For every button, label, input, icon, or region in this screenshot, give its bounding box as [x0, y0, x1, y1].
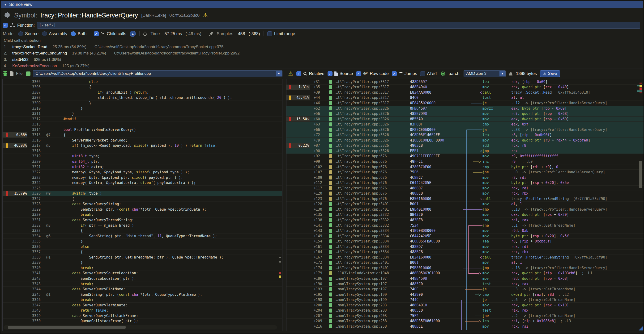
- source-line[interactable]: 3319 uint8_t type;: [2, 154, 282, 159]
- asm-row[interactable]: 45.41%+44…t\TracyProfiler.cpp:331784C0te…: [286, 95, 644, 101]
- asm-location[interactable]: …t\TracyProfiler.hpp:676: [336, 165, 410, 169]
- source-line[interactable]: 3349 case ServerQueryCallstackFrame:: [2, 313, 282, 319]
- asm-location[interactable]: …mon\TracySystem.cpp:197: [336, 276, 410, 281]
- asm-row[interactable]: +90…t\TracyProfiler.cpp:3326FFE1jmprcx: [286, 148, 644, 154]
- assembly-pane[interactable]: +31…t\TracyProfiler.cpp:3317488D5597lear…: [286, 79, 644, 331]
- save-button[interactable]: Save: [540, 70, 560, 77]
- asm-row[interactable]: +109…t\TracyProfiler.hpp:6764C8BC7movr8,…: [286, 175, 644, 180]
- checkbox-icon[interactable]: ✓: [94, 31, 99, 36]
- asm-location[interactable]: …t\TracyProfiler.cpp:3334: [336, 229, 410, 233]
- source-line[interactable]: 3341 case ServerQuerySourceLocation:: [2, 271, 282, 276]
- asm-location[interactable]: …mon\TracySystem.cpp:199: [336, 293, 410, 297]
- asm-row[interactable]: +141…t\TracyProfiler.cpp:33327524jne.L1 …: [286, 223, 644, 228]
- asm-row[interactable]: +149…t\TracyProfiler.cpp:3334C64424205Fm…: [286, 233, 644, 239]
- asm-row[interactable]: +39…t\TracyProfiler.cpp:3317E824AA0000ca…: [286, 90, 644, 95]
- asm-location[interactable]: …t\TracyProfiler.hpp:676: [336, 197, 410, 201]
- asm-location[interactable]: …mon\TracySystem.cpp:203: [336, 303, 410, 307]
- source-line[interactable]: 3318: [2, 148, 282, 154]
- asm-row[interactable]: +112…t\TracyProfiler.hpp:676C64424205Emo…: [286, 180, 644, 186]
- checkbox-icon[interactable]: ✓: [328, 71, 332, 76]
- source-line[interactable]: 3340 break;: [2, 265, 282, 271]
- asm-row[interactable]: +120…t\TracyProfiler.hpp:676488BCBmovrcx…: [286, 191, 644, 196]
- asm-row[interactable]: +174…t\TracyProfiler.cpp:3401E9B8010000j…: [286, 265, 644, 271]
- jumps-toggle[interactable]: ✓ Jumps: [392, 71, 417, 76]
- radio-icon[interactable]: [18, 31, 23, 36]
- checkbox-icon[interactable]: ✓: [392, 71, 397, 76]
- asm-row[interactable]: +207…mon\TracySystem.cpp:20375F2jne.L2 -…: [286, 313, 644, 319]
- asm-row[interactable]: +31…t\TracyProfiler.cpp:3317488D5597lear…: [286, 79, 644, 85]
- source-line[interactable]: 3308 std::this_thread::sleep_for( std::c…: [2, 95, 282, 101]
- asm-location[interactable]: …mon\TracySystem.cpp:203: [336, 314, 410, 318]
- checkbox-icon[interactable]: ✓: [296, 71, 301, 76]
- checkbox-icon[interactable]: ✓: [356, 71, 361, 76]
- source-line[interactable]: 3347 case ServerQueryTerminate:: [2, 303, 282, 308]
- source-pane[interactable]: 3305 else3306 {3307 if( shouldExit ) ret…: [2, 79, 282, 331]
- source-line[interactable]: 3312#endif: [2, 117, 282, 122]
- function-combo[interactable]: [ - self - ]: [37, 22, 640, 28]
- mode-option-source[interactable]: Source: [18, 31, 38, 36]
- asm-row[interactable]: +190…mon\TracySystem.cpp:1974885C0testra…: [286, 281, 644, 287]
- asm-location[interactable]: …t\TracyProfiler.cpp:3317: [336, 96, 410, 100]
- asm-location[interactable]: …t\TracyProfiler.hpp:676: [336, 154, 410, 158]
- database-icon[interactable]: [3, 71, 8, 76]
- vertical-scrollbar[interactable]: [639, 82, 642, 329]
- asm-location[interactable]: …t\TracyProfiler.cpp:3326: [336, 149, 410, 153]
- asm-row[interactable]: 1.31%+35…t\TracyProfiler.cpp:3317488B494…: [286, 85, 644, 90]
- asm-location[interactable]: …t\TracyProfiler.cpp:3401: [336, 266, 410, 270]
- source-line[interactable]: 3313: [2, 122, 282, 127]
- source-line[interactable]: 3331 case ServerQueryThreadString:: [2, 217, 282, 223]
- checkbox-unchecked-icon[interactable]: ✓: [267, 31, 272, 36]
- radio-selected-icon[interactable]: [71, 31, 76, 36]
- chevron-down-icon[interactable]: ▼: [500, 71, 505, 76]
- asm-row[interactable]: +99…t\TracyProfiler.hpp:67649FFC1incr9 ;…: [286, 159, 644, 165]
- asm-row[interactable]: +107…t\TracyProfiler.hpp:67675F6jne.L0 -…: [286, 169, 644, 175]
- source-line[interactable]: 3336 else: [2, 244, 282, 250]
- asm-location[interactable]: …t\TracyProfiler.cpp:3334: [336, 239, 410, 243]
- asm-location[interactable]: …mon\TracySystem.cpp:203: [336, 308, 410, 313]
- asm-row[interactable]: +135…t\TracyProfiler.cpp:33328B4320movea…: [286, 212, 644, 218]
- asm-row[interactable]: +154…t\TracyProfiler.cpp:33344C8D055FBA0…: [286, 239, 644, 244]
- asm-row[interactable]: +128…t\TracyProfiler.cpp:3401B001moval, …: [286, 202, 644, 207]
- asm-location[interactable]: …mon\TracySystem.cpp:199: [336, 298, 410, 302]
- asm-row[interactable]: 0.22%+87…t\TracyProfiler.cpp:33264903C8a…: [286, 143, 644, 149]
- asm-location[interactable]: …t\TracyProfiler.cpp:3326: [336, 117, 410, 121]
- source-line[interactable]: 3329 SendString( ptr, (const char*)ptr, …: [2, 207, 282, 212]
- file-combo[interactable]: C:\Users\wolf\Desktop\darkrl\contrib\tra…: [33, 70, 282, 77]
- radio-icon[interactable]: [42, 31, 47, 36]
- child-call-name[interactable]: KeSynchronizeExecution: [12, 64, 57, 67]
- asm-location[interactable]: …t\TracyProfiler.hpp:676: [336, 160, 410, 164]
- asm-location[interactable]: …t\TracyProfiler.hpp:676: [336, 170, 410, 174]
- asm-row[interactable]: +102…t\TracyProfiler.hpp:67642803C0F00cm…: [286, 165, 644, 170]
- asm-location[interactable]: …mon\TracySystem.cpp:258: [336, 324, 410, 329]
- asm-row[interactable]: +92…t\TracyProfiler.hpp:67649C7C1FFFFFFF…: [286, 154, 644, 159]
- function-checkbox[interactable]: ✓: [3, 23, 8, 28]
- asm-row[interactable]: +209…mon\TracySystem.cpp:258488D35E88610…: [286, 319, 644, 324]
- chevron-down-icon[interactable]: ▼: [276, 71, 282, 76]
- asm-location[interactable]: …t\TracyProfiler.cpp:3326: [336, 122, 410, 126]
- asm-location[interactable]: …mon\TracySystem.cpp:197: [336, 287, 410, 291]
- expand-up-button[interactable]: ▲: [130, 31, 136, 37]
- asm-row[interactable]: +66…t\TracyProfiler.cpp:33260F87CE060000…: [286, 127, 644, 133]
- asm-row[interactable]: +46…t\TracyProfiler.cpp:33170F8435020000…: [286, 101, 644, 106]
- asm-row[interactable]: +79…t\TracyProfiler.cpp:3326418B8C80E0BF…: [286, 138, 644, 143]
- source-line[interactable]: 3307 if( shouldExit ) return;: [2, 90, 282, 95]
- source-line[interactable]: 3350 QueueCallstackFrame( ptr );: [2, 319, 282, 324]
- asm-row[interactable]: +52…t\TracyProfiler.cpp:33260FB64597movz…: [286, 106, 644, 111]
- asm-location[interactable]: …t\TracyProfiler.cpp:3334: [336, 255, 410, 259]
- child-call-item[interactable]: 2.tracy::Profiler::SendLongString19.88 m…: [4, 51, 643, 56]
- asm-location[interactable]: …t\TracyProfiler.cpp:3334: [336, 245, 410, 249]
- source-line[interactable]: 15.79%3326@9 switch( type ): [2, 191, 282, 196]
- asm-location[interactable]: …t\TracyProfiler.hpp:676: [336, 175, 410, 180]
- source-line[interactable]: 3314bool Profiler::HandleServerQuery(): [2, 127, 282, 133]
- asm-row[interactable]: +193…mon\TracySystem.cpp:197740Eje.L3 ->…: [286, 287, 644, 292]
- source-line[interactable]: 3337 {: [2, 250, 282, 255]
- source-line[interactable]: 3305 else: [2, 79, 282, 85]
- source-line[interactable]: 3333 {: [2, 228, 282, 233]
- source-line[interactable]: 3306 {: [2, 85, 282, 90]
- asm-row[interactable]: +172…t\TracyProfiler.cpp:3401B001moval, …: [286, 260, 644, 266]
- asm-location[interactable]: …t\TracyProfiler.cpp:3401: [336, 207, 410, 212]
- asm-row[interactable]: +117…t\TracyProfiler.hpp:676488BD7movrdx…: [286, 186, 644, 191]
- scrollbar-thumb[interactable]: [639, 161, 642, 188]
- scrollbar-thumb[interactable]: [8, 326, 126, 329]
- source-line[interactable]: 3323 memcpy( &ptr, &payload.ptr, sizeof(…: [2, 175, 282, 180]
